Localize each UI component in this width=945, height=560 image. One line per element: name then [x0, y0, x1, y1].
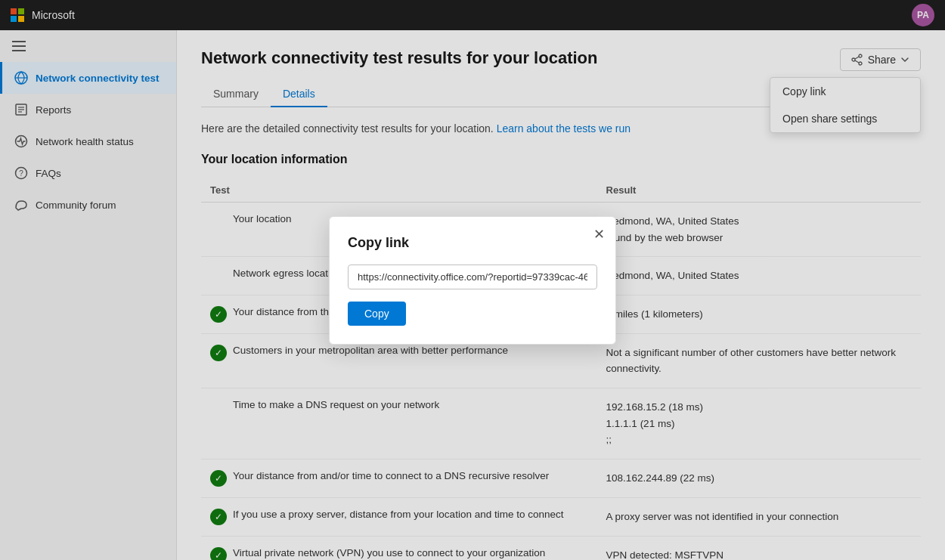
modal-copy-button[interactable]: Copy: [348, 302, 406, 326]
modal-url-input[interactable]: [348, 265, 597, 289]
modal-overlay: Copy link ✕ Copy: [0, 0, 945, 560]
modal-title: Copy link: [348, 235, 597, 251]
copy-link-modal: Copy link ✕ Copy: [329, 216, 616, 345]
modal-close-button[interactable]: ✕: [593, 227, 605, 241]
